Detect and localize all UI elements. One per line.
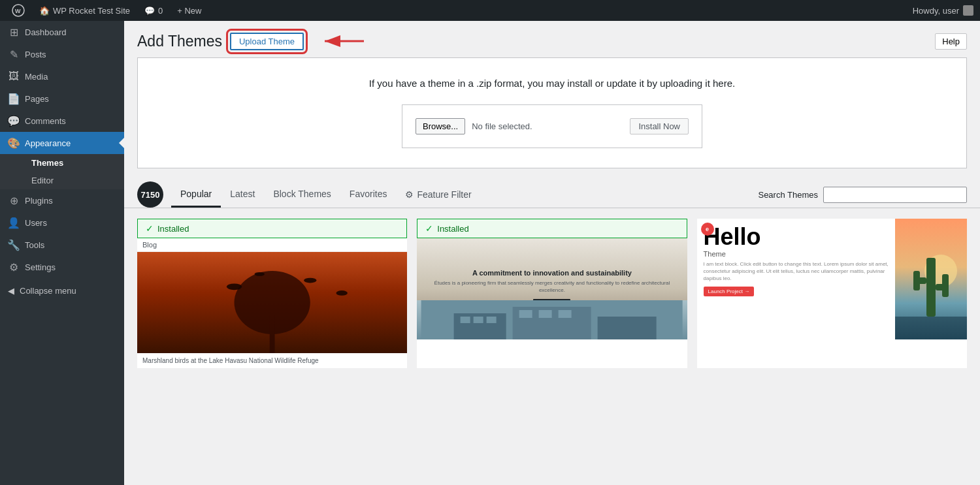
feature-filter-label: Feature Filter — [417, 189, 471, 200]
theme-search: Search Themes — [758, 187, 967, 203]
page-title: Add Themes — [137, 33, 222, 50]
pages-icon: 📄 — [8, 93, 20, 104]
hello-image — [895, 219, 967, 339]
sidebar-item-tools[interactable]: 🔧 Tools — [0, 234, 124, 256]
arrow-icon — [318, 31, 370, 51]
upload-section: If you have a theme in a .zip format, yo… — [137, 57, 967, 168]
sidebar-item-dashboard[interactable]: ⊞ Dashboard — [0, 21, 124, 43]
no-file-text: No file selected. — [472, 121, 623, 131]
main-layout: ⊞ Dashboard ✎ Posts 🖼 Media 📄 Pages 💬 Co… — [0, 21, 980, 485]
sidebar-item-pages[interactable]: 📄 Pages — [0, 87, 124, 110]
svg-point-10 — [336, 290, 347, 296]
appearance-icon: 🎨 — [8, 137, 20, 149]
svg-rect-19 — [539, 310, 552, 318]
appearance-submenu: Themes Editor — [0, 154, 124, 189]
comment-icon: 💬 — [144, 6, 155, 16]
wp-logo-item[interactable]: W — [7, 0, 30, 21]
settings-icon: ⚙ — [8, 261, 20, 273]
theme-thumbnail-3: e Hello Theme I am text block. Click edi… — [697, 219, 967, 339]
installed-label-2: Installed — [437, 224, 468, 234]
collapse-menu-button[interactable]: ◀ Collapse menu — [0, 281, 124, 301]
tab-block-themes[interactable]: Block Themes — [264, 182, 340, 208]
themes-grid: ✓ Installed Blog — [124, 219, 980, 368]
page-title-row: Add Themes Upload Theme — [137, 31, 370, 51]
svg-rect-18 — [519, 310, 532, 318]
tab-popular[interactable]: Popular — [171, 182, 221, 208]
theme-bg-hello: e Hello Theme I am text block. Click edi… — [697, 219, 967, 339]
sidebar-item-users[interactable]: 👤 Users — [0, 211, 124, 234]
gear-icon: ⚙ — [405, 189, 414, 200]
sidebar-label-tools: Tools — [25, 240, 44, 250]
comments-item[interactable]: 💬 0 — [139, 0, 168, 21]
site-name-item[interactable]: 🏠 WP Rocket Test Site — [34, 0, 135, 21]
sidebar-label-plugins: Plugins — [25, 196, 53, 206]
collapse-icon: ◀ — [8, 286, 14, 296]
new-label: + New — [177, 6, 201, 16]
installed-label-1: Installed — [157, 224, 189, 234]
howdy-item[interactable]: Howdy, user — [913, 5, 973, 16]
svg-rect-23 — [926, 258, 936, 317]
svg-rect-14 — [598, 317, 657, 339]
svg-rect-16 — [474, 317, 483, 323]
sidebar-item-settings[interactable]: ⚙ Settings — [0, 256, 124, 278]
sidebar: ⊞ Dashboard ✎ Posts 🖼 Media 📄 Pages 💬 Co… — [0, 21, 124, 485]
tab-favorites[interactable]: Favorites — [340, 182, 397, 208]
arrow-indicator — [318, 31, 370, 51]
check-icon-2: ✓ — [425, 223, 433, 234]
svg-text:W: W — [15, 8, 21, 14]
sidebar-label-users: Users — [25, 218, 47, 228]
installed-badge-1: ✓ Installed — [137, 219, 407, 238]
theme-bg-birds — [137, 252, 407, 353]
upload-theme-button[interactable]: Upload Theme — [230, 33, 304, 50]
svg-rect-17 — [487, 317, 497, 323]
theme-thumbnail-2: A commitment to innovation and sustainab… — [417, 238, 687, 339]
sidebar-item-plugins[interactable]: ⊕ Plugins — [0, 189, 124, 211]
hello-heading: Hello — [704, 225, 889, 249]
help-button[interactable]: Help — [935, 33, 967, 50]
installed-badge-2: ✓ Installed — [417, 219, 687, 238]
sidebar-item-themes[interactable]: Themes — [24, 154, 124, 172]
svg-rect-20 — [559, 310, 572, 318]
posts-icon: ✎ — [8, 48, 20, 60]
site-icon: 🏠 — [39, 6, 50, 16]
svg-point-9 — [255, 272, 265, 276]
sidebar-item-editor[interactable]: Editor — [24, 172, 124, 189]
admin-bar-left: W 🏠 WP Rocket Test Site 💬 0 + New — [7, 0, 913, 21]
themes-tabs: 7150 Popular Latest Block Themes Favorit… — [124, 181, 980, 208]
sidebar-label-media: Media — [25, 72, 48, 82]
elementor-badge: e — [701, 223, 714, 236]
svg-rect-28 — [895, 317, 967, 339]
tools-icon: 🔧 — [8, 239, 20, 251]
hello-theme-label: Theme — [704, 250, 889, 258]
feature-filter-tab[interactable]: ⚙ Feature Filter — [396, 183, 480, 206]
sidebar-item-comments[interactable]: 💬 Comments — [0, 110, 124, 132]
upload-form: Browse... No file selected. Install Now — [402, 104, 702, 148]
sidebar-label-posts: Posts — [25, 50, 46, 59]
admin-bar-right: Howdy, user — [913, 5, 973, 16]
search-themes-input[interactable] — [823, 187, 967, 203]
collapse-label: Collapse menu — [20, 286, 76, 296]
sidebar-item-posts[interactable]: ✎ Posts — [0, 43, 124, 65]
blog-label: Blog — [137, 238, 407, 252]
sidebar-label-pages: Pages — [25, 94, 49, 104]
search-themes-label: Search Themes — [758, 190, 818, 200]
theme-card-1: ✓ Installed Blog — [137, 219, 407, 368]
sidebar-label-comments: Comments — [25, 116, 66, 126]
new-item[interactable]: + New — [172, 0, 206, 21]
editor-label: Editor — [31, 176, 54, 185]
etudes-building — [417, 300, 687, 339]
install-now-button[interactable]: Install Now — [630, 118, 689, 134]
themes-count-badge: 7150 — [137, 181, 163, 208]
browse-button[interactable]: Browse... — [416, 118, 465, 134]
sidebar-item-media[interactable]: 🖼 Media — [0, 65, 124, 87]
sidebar-item-appearance[interactable]: 🎨 Appearance — [0, 132, 124, 154]
howdy-text: Howdy, user — [913, 6, 959, 16]
wp-logo-icon: W — [12, 4, 25, 17]
tab-latest[interactable]: Latest — [221, 182, 264, 208]
user-avatar — [963, 5, 973, 16]
theme-caption-1: Marshland birds at the Lake Havasu Natio… — [137, 353, 407, 368]
hello-text-content: Hello Theme I am text block. Click edit … — [697, 219, 895, 339]
media-icon: 🖼 — [8, 70, 20, 82]
content-topbar: Add Themes Upload Theme Help — [124, 21, 980, 57]
svg-point-8 — [304, 278, 316, 283]
